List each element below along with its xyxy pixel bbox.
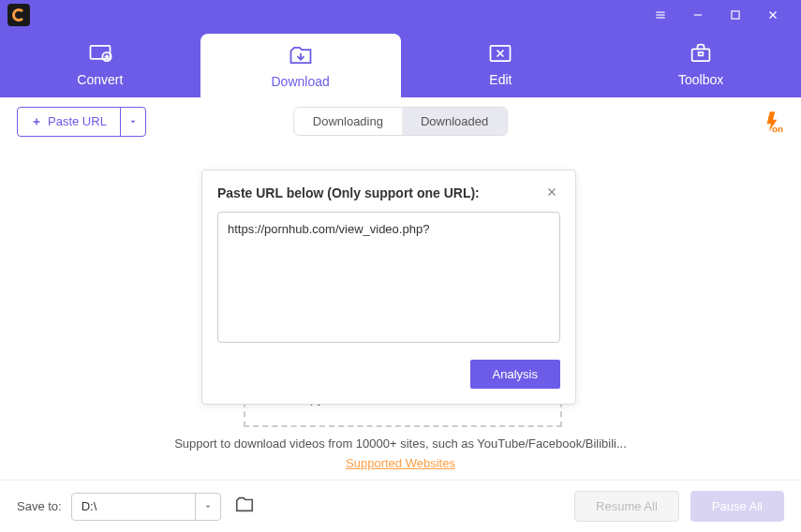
subtab-downloaded[interactable]: Downloaded (402, 108, 507, 135)
maximize-icon[interactable] (722, 2, 749, 28)
save-path-dropdown[interactable] (195, 494, 220, 520)
analysis-button[interactable]: Analysis (470, 360, 560, 389)
plus-icon (31, 116, 42, 127)
minimize-icon[interactable] (685, 2, 711, 28)
app-logo (7, 4, 30, 26)
close-icon (545, 185, 558, 199)
pause-all-button[interactable]: Pause All (690, 491, 784, 522)
paste-url-label: Paste URL (48, 114, 107, 128)
tab-toolbox[interactable]: Toolbox (601, 30, 801, 97)
open-folder-button[interactable] (234, 495, 255, 519)
svg-rect-4 (732, 11, 739, 19)
titlebar (0, 0, 801, 30)
paste-url-dropdown[interactable] (120, 108, 145, 136)
toolbar: Paste URL Downloading Downloaded on (0, 97, 801, 146)
subtab-downloading[interactable]: Downloading (294, 108, 402, 135)
menu-icon[interactable] (647, 2, 674, 28)
support-text: Support to download videos from 10000+ s… (0, 436, 801, 451)
paste-url-main[interactable]: Paste URL (18, 108, 120, 136)
toolbox-icon (688, 40, 714, 66)
paste-url-button[interactable]: Paste URL (17, 107, 146, 137)
navbar: Convert Download Edit Toolbox (0, 30, 801, 97)
download-icon (288, 42, 314, 68)
nav-label: Download (271, 74, 329, 89)
close-icon[interactable] (760, 2, 786, 28)
chevron-down-icon (203, 502, 213, 511)
folder-icon (234, 495, 255, 515)
chevron-down-icon (128, 117, 138, 126)
nav-label: Convert (77, 72, 123, 87)
supported-websites-link[interactable]: Supported Websites (0, 456, 801, 470)
tab-convert[interactable]: Convert (0, 30, 200, 97)
paste-url-dialog: Paste URL below (Only support one URL): … (201, 170, 576, 405)
resume-all-button[interactable]: Resume All (574, 491, 679, 522)
dialog-close-button[interactable] (545, 185, 560, 200)
nav-label: Edit (489, 72, 512, 87)
window-controls (647, 2, 797, 28)
footer: Save to: D:\ Resume All Pause All (0, 480, 801, 532)
subtabs: Downloading Downloaded (293, 107, 508, 136)
brand-icon[interactable]: on (760, 110, 784, 134)
main-area: Copy URL and click here to download Past… (0, 146, 801, 483)
edit-icon (487, 40, 513, 66)
tab-download[interactable]: Download (200, 34, 401, 97)
nav-label: Toolbox (678, 72, 723, 87)
svg-rect-11 (699, 52, 704, 56)
save-to-label: Save to: (17, 499, 62, 513)
convert-icon (87, 40, 113, 66)
svg-text:on: on (772, 123, 783, 133)
save-path-value: D:\ (72, 499, 195, 513)
url-input[interactable] (217, 212, 560, 343)
dialog-title: Paste URL below (Only support one URL): (217, 185, 480, 200)
tab-edit[interactable]: Edit (401, 30, 601, 97)
save-path-select[interactable]: D:\ (71, 493, 221, 521)
